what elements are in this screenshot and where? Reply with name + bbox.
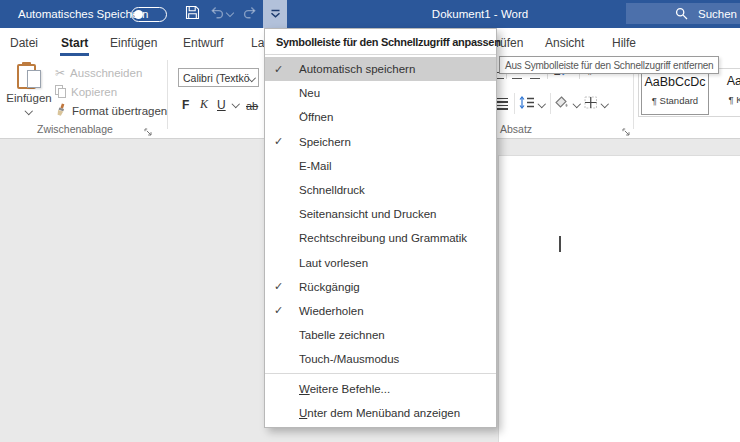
qat-menu-item[interactable]: Touch-/Mausmodus: [265, 347, 496, 371]
paragraph-group-label: Absatz: [500, 123, 532, 135]
scissors-icon: ✂: [55, 67, 65, 79]
undo-button[interactable]: [207, 0, 235, 28]
menu-separator: [265, 373, 496, 374]
format-painter-button[interactable]: Format übertragen: [55, 101, 167, 120]
clipboard-dialog-launcher-icon[interactable]: [144, 123, 154, 133]
qat-menu-item[interactable]: Rechtschreibung und Grammatik: [265, 226, 496, 250]
cut-button[interactable]: ✂ Ausschneiden: [55, 63, 142, 82]
qat-menu-item[interactable]: ✓ Speichern: [265, 130, 496, 154]
tab-datei[interactable]: Datei: [10, 28, 38, 57]
word-window: Automatisches Speichern: [0, 0, 740, 442]
qat-menu-item[interactable]: Neu: [265, 81, 496, 105]
line-spacing-icon: [519, 95, 535, 113]
separator: [550, 93, 551, 114]
borders-grid-icon: [584, 95, 598, 113]
paste-button-label: Einfügen: [6, 92, 51, 104]
style-preview: AaBb: [711, 74, 740, 88]
qat-menu-item[interactable]: Öffnen: [265, 105, 496, 129]
qat-menu-item[interactable]: Seitenansicht und Drucken: [265, 202, 496, 226]
redo-icon: [243, 5, 257, 23]
format-painter-label: Format übertragen: [72, 105, 167, 117]
style-preview: AaBbCcDc: [642, 75, 708, 89]
strikethrough-button[interactable]: ab: [246, 95, 258, 112]
qat-menu-item[interactable]: ✓ Wiederholen: [265, 299, 496, 323]
copy-icon: [55, 85, 66, 98]
search-label: Suchen: [698, 8, 737, 20]
toggle-knob-icon: [134, 10, 143, 19]
chevron-down-icon: [225, 8, 233, 16]
separator: [514, 93, 515, 114]
tab-einfügen[interactable]: Einfügen: [110, 28, 157, 57]
style-name: ¶ Standard: [642, 95, 708, 106]
qat-menu-item[interactable]: Schnelldruck: [265, 178, 496, 202]
undo-icon: [210, 5, 224, 23]
quick-access-toolbar-menu: Symbolleiste für den Schnellzugriff anpa…: [264, 28, 497, 428]
autosave-toggle[interactable]: [131, 7, 167, 22]
text-cursor: [559, 236, 561, 252]
check-icon: ✓: [265, 63, 295, 76]
qat-menu-item[interactable]: E-Mail: [265, 154, 496, 178]
paint-bucket-icon: [555, 95, 570, 113]
document-title: Dokument1 - Word: [432, 0, 528, 28]
qat-menu-item[interactable]: Unter dem Menüband anzeigen: [265, 401, 496, 425]
menu-separator: [265, 54, 496, 55]
shading-button[interactable]: [555, 93, 580, 115]
copy-button[interactable]: Kopieren: [55, 82, 117, 101]
style-name: ¶ Kein: [711, 94, 740, 105]
chevron-down-icon: [25, 107, 33, 115]
chevron-down-icon: [573, 100, 581, 108]
tab-ansicht[interactable]: Ansicht: [545, 28, 584, 57]
style-card-standard[interactable]: AaBbCcDc ¶ Standard: [641, 70, 709, 115]
underline-button[interactable]: U: [217, 95, 226, 112]
clipboard-icon: [17, 62, 41, 90]
line-spacing-button[interactable]: [519, 93, 545, 115]
check-icon: ✓: [265, 304, 295, 317]
search-box[interactable]: Suchen: [626, 3, 740, 24]
style-card-no-spacing[interactable]: AaBb ¶ Kein: [711, 70, 740, 113]
paste-button[interactable]: Einfügen: [6, 59, 52, 129]
autosave-label: Automatisches Speichern: [18, 0, 148, 28]
clipboard-group-label: Zwischenablage: [37, 123, 113, 135]
paintbrush-icon: [55, 103, 67, 119]
tab-hilfe[interactable]: Hilfe: [612, 28, 636, 57]
check-icon: ✓: [265, 280, 295, 293]
paragraph-dialog-launcher-icon[interactable]: [622, 123, 632, 133]
check-icon: ✓: [265, 135, 295, 148]
qat-menu-item[interactable]: ✓ Rückgängig: [265, 275, 496, 299]
cut-button-label: Ausschneiden: [70, 67, 142, 79]
qat-menu-item[interactable]: ✓ Automatisch speichern: [265, 57, 496, 81]
qat-menu-item[interactable]: Tabelle zeichnen: [265, 323, 496, 347]
italic-button[interactable]: K: [200, 95, 208, 112]
styles-gallery: AaBbCcDc ¶ Standard AaBb ¶ Kein: [638, 68, 740, 117]
bold-button[interactable]: F: [182, 95, 189, 112]
chevron-down-icon: [538, 100, 546, 108]
tab-entwurf[interactable]: Entwurf: [183, 28, 224, 57]
qat-menu-item[interactable]: Weitere Befehle...: [265, 376, 496, 400]
bar-chevron-icon: [270, 5, 281, 23]
document-page[interactable]: [498, 155, 740, 442]
search-icon: [675, 7, 688, 20]
underline-chevron-icon[interactable]: [233, 95, 239, 112]
copy-button-label: Kopieren: [71, 86, 117, 98]
qat-menu-item[interactable]: Laut vorlesen: [265, 251, 496, 275]
tooltip: Aus Symbolleiste für den Schnellzugriff …: [499, 56, 719, 74]
font-name-combobox[interactable]: Calibri (Textkö: [178, 68, 259, 87]
font-name-value: Calibri (Textkö: [183, 72, 250, 84]
save-icon: [185, 5, 200, 24]
group-separator: [167, 60, 168, 129]
save-button[interactable]: [181, 0, 203, 28]
tab-start[interactable]: Start: [61, 28, 88, 57]
menu-header: Symbolleiste für den Schnellzugriff anpa…: [265, 29, 496, 52]
title-bar: Automatisches Speichern: [0, 0, 740, 28]
customize-quick-access-toolbar-button[interactable]: [263, 0, 287, 28]
redo-button[interactable]: [239, 0, 261, 28]
chevron-down-icon: [601, 100, 609, 108]
borders-button[interactable]: [584, 93, 608, 115]
